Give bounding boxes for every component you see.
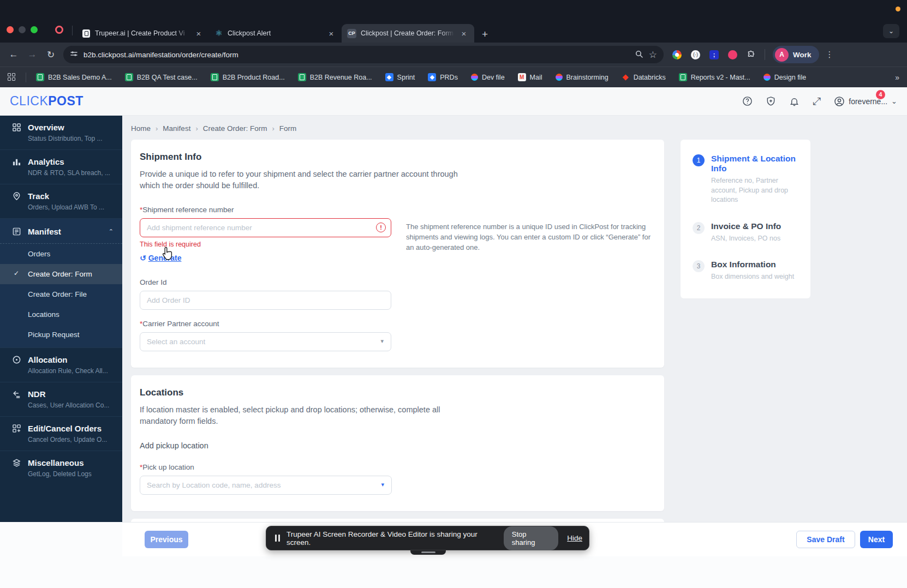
chevron-down-icon[interactable]: ⌄ xyxy=(891,97,897,105)
bookmark-item[interactable]: Design file xyxy=(763,74,806,81)
sidebar-item-manifest[interactable]: Manifest ⌃ xyxy=(0,219,122,244)
extensions-puzzle-icon[interactable] xyxy=(747,50,756,59)
sidebar-item-overview[interactable]: Overview Status Distribution, Top ... xyxy=(0,116,122,150)
pickup-location-select[interactable]: Search by Location code, name, address ▾ xyxy=(140,476,392,495)
shield-protect-icon[interactable] xyxy=(766,96,776,106)
refresh-icon: ↺ xyxy=(140,254,146,262)
sidebar-item-locations[interactable]: Locations xyxy=(0,304,122,325)
section-description: Provide a unique id to refer to your shi… xyxy=(140,169,478,191)
sheets-icon xyxy=(125,73,133,81)
chevron-up-icon[interactable]: ⌃ xyxy=(109,228,114,235)
google-extension-icon[interactable] xyxy=(672,50,682,59)
sidebar-item-track[interactable]: Track Orders, Upload AWB To ... xyxy=(0,184,122,219)
bookmark-item[interactable]: MMail xyxy=(518,73,542,81)
select-placeholder: Search by Location code, name, address xyxy=(140,476,392,495)
field-label: *Pick up location xyxy=(140,463,392,471)
bookmark-star-icon[interactable]: ☆ xyxy=(649,49,657,61)
bookmark-item[interactable]: ❖Databricks xyxy=(622,73,666,81)
address-bar[interactable]: b2b.clickpost.ai/manifestation/order/cre… xyxy=(63,46,664,63)
breadcrumb-home[interactable]: Home xyxy=(131,124,151,133)
step-invoice-po-info[interactable]: 2 Invoice & PO Info ASN, Invoices, PO no… xyxy=(693,221,810,244)
close-window-button[interactable] xyxy=(7,26,14,33)
browser-menu-icon[interactable]: ⋮ xyxy=(826,50,834,59)
reload-button[interactable]: ↻ xyxy=(41,49,60,61)
tab-clickpost-create-order[interactable]: CP Clickpost | Create Order: Form × xyxy=(342,24,474,43)
breadcrumb-manifest[interactable]: Manifest xyxy=(163,124,190,133)
profile-chip[interactable]: A Work xyxy=(773,46,819,63)
minimize-window-button[interactable] xyxy=(19,26,26,33)
sidebar-item-edit-cancel-orders[interactable]: Edit/Cancel Orders Cancel Orders, Update… xyxy=(0,417,122,451)
site-settings-icon[interactable] xyxy=(70,50,78,59)
bookmark-item[interactable]: B2B Revenue Roa... xyxy=(298,73,372,81)
sidebar-item-pickup-request[interactable]: Pickup Request xyxy=(0,325,122,347)
bookmark-item[interactable]: B2B Sales Demo A... xyxy=(36,73,112,81)
screen-record-status-icon xyxy=(896,7,900,11)
recorder-extension-icon[interactable] xyxy=(728,50,737,59)
screen-share-banner: Trupeer AI Screen Recorder & Video Edito… xyxy=(266,526,589,550)
help-icon[interactable] xyxy=(742,96,753,106)
clickpost-logo[interactable]: CLICKPOST xyxy=(10,94,83,109)
fullscreen-expand-icon[interactable]: ⤢ xyxy=(813,95,821,107)
sidebar-item-miscellaneous[interactable]: Miscellaneous GetLog, Deleted Logs xyxy=(0,451,122,485)
extensions-row: (·) ; xyxy=(672,50,756,59)
jira-icon xyxy=(428,73,436,81)
edit-grid-icon xyxy=(12,424,22,433)
bookmark-item[interactable]: Reports v2 - Mast... xyxy=(679,73,750,81)
figma-icon xyxy=(556,74,563,81)
hide-banner-link[interactable]: Hide xyxy=(567,534,582,542)
search-icon[interactable] xyxy=(635,50,643,60)
meet-extension-icon[interactable]: (·) xyxy=(691,50,700,59)
account-menu[interactable]: foreverne... 4 ⌄ xyxy=(834,96,897,107)
sidebar-item-ndr[interactable]: NDR Cases, User Allocation Co... xyxy=(0,382,122,417)
layers-icon xyxy=(12,458,22,467)
ndr-return-icon xyxy=(12,389,22,399)
sidebar-item-orders[interactable]: Orders xyxy=(0,244,122,264)
close-tab-icon[interactable]: × xyxy=(326,29,336,38)
chevron-separator: › xyxy=(272,124,275,133)
sidebar-item-allocation[interactable]: Allocation Allocation Rule, Check All... xyxy=(0,348,122,382)
sheets-icon xyxy=(298,73,306,81)
back-button[interactable]: ← xyxy=(4,49,23,60)
figma-icon xyxy=(763,74,771,81)
step-box-information[interactable]: 3 Box Information Box dimensions and wei… xyxy=(693,260,810,282)
semicolon-extension-icon[interactable]: ; xyxy=(709,50,719,59)
url-text[interactable]: b2b.clickpost.ai/manifestation/order/cre… xyxy=(83,51,629,59)
step-shipment-location-info[interactable]: 1 Shipment & Location Info Reference no,… xyxy=(693,154,810,205)
carrier-account-select[interactable]: Select an account ▾ xyxy=(140,332,391,351)
tab-trupeer[interactable]: Trupeer.ai | Create Product Vi × xyxy=(76,24,209,43)
main-content: Home › Manifest › Create Order: Form › F… xyxy=(122,116,907,522)
generate-link[interactable]: ↺ Generate xyxy=(140,254,181,262)
share-banner-handle[interactable] xyxy=(410,550,446,555)
stop-sharing-button[interactable]: Stop sharing xyxy=(504,526,558,550)
bookmark-item[interactable]: B2B QA Test case... xyxy=(125,73,198,81)
field-error-text: This field is required xyxy=(140,241,391,248)
close-tab-icon[interactable]: × xyxy=(459,29,469,38)
sidebar-group-manifest: Manifest ⌃ Orders ✓ Create Order: Form C… xyxy=(0,219,122,348)
bookmark-item[interactable]: Sprint xyxy=(385,73,415,81)
notifications-bell-icon[interactable] xyxy=(789,96,799,106)
bookmark-item[interactable]: PRDs xyxy=(428,73,458,81)
sidebar-item-analytics[interactable]: Analytics NDR & RTO, SLA breach, ... xyxy=(0,150,122,184)
shipment-reference-input[interactable] xyxy=(140,218,391,237)
breadcrumb-create-order-form[interactable]: Create Order: Form xyxy=(203,124,267,133)
forward-button[interactable]: → xyxy=(23,49,41,60)
bookmark-item[interactable]: Dev file xyxy=(471,74,505,81)
new-tab-button[interactable]: + xyxy=(482,28,488,40)
close-tab-icon[interactable]: × xyxy=(194,29,204,38)
tab-search-button[interactable]: ⌄ xyxy=(883,24,899,38)
sidebar-item-create-order-form[interactable]: ✓ Create Order: Form xyxy=(0,264,122,284)
apps-grid-icon[interactable] xyxy=(8,73,16,81)
bookmarks-overflow-chevron[interactable]: » xyxy=(895,73,899,82)
divider xyxy=(72,26,73,35)
bookmark-item[interactable]: B2B Product Road... xyxy=(211,73,285,81)
zoom-window-button[interactable] xyxy=(31,26,38,33)
tab-clickpost-alert[interactable]: ⚛ Clickpost Alert × xyxy=(209,24,342,43)
order-id-input[interactable] xyxy=(140,291,391,310)
save-draft-button[interactable]: Save Draft xyxy=(796,531,855,548)
previous-button[interactable]: Previous xyxy=(145,531,188,548)
sidebar-item-create-order-file[interactable]: Create Order: File xyxy=(0,284,122,304)
next-button[interactable]: Next xyxy=(860,531,893,548)
bookmark-item[interactable]: Brainstorming xyxy=(556,74,608,81)
manifest-list-icon xyxy=(12,227,22,236)
notification-count-badge: 4 xyxy=(876,90,885,99)
